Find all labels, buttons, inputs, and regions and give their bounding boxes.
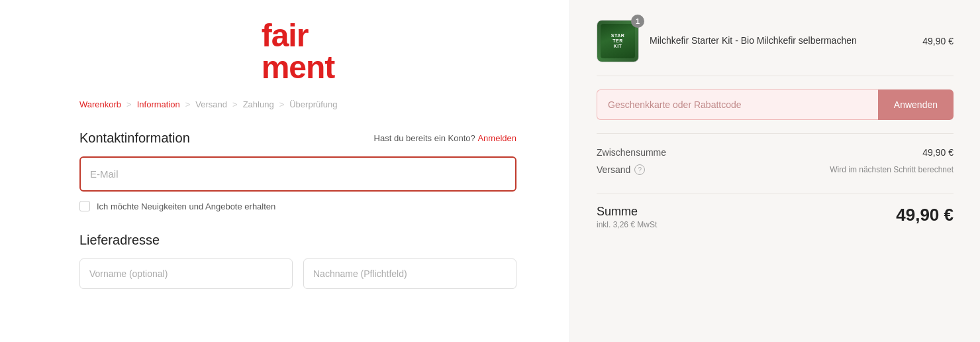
- newsletter-row: Ich möchte Neuigkeiten und Angebote erha…: [79, 201, 275, 211]
- product-image-label: STARTERKIT: [611, 33, 625, 48]
- email-field[interactable]: [79, 156, 516, 192]
- contact-section-title: Kontaktinformation: [79, 131, 190, 146]
- discount-row: Anwenden: [597, 89, 954, 134]
- shipping-label: Versand ?: [597, 164, 645, 175]
- name-row: [79, 258, 516, 289]
- newsletter-checkbox[interactable]: [79, 201, 90, 211]
- breadcrumb-information: Information: [137, 99, 180, 109]
- shipping-row: Versand ? Wird im nächsten Schritt berec…: [597, 164, 954, 175]
- breadcrumb-sep-4: >: [279, 99, 285, 109]
- discount-input[interactable]: [597, 89, 878, 120]
- total-divider: [597, 194, 954, 194]
- total-value: 49,90 €: [896, 205, 954, 225]
- email-input-wrapper: [79, 156, 516, 192]
- breadcrumb-sep-1: >: [126, 99, 132, 109]
- breadcrumb-zahlung: Zahlung: [243, 99, 274, 109]
- summary-rows: Zwischensumme 49,90 € Versand ? Wird im …: [597, 147, 954, 175]
- total-label-area: Summe inkl. 3,26 € MwSt: [597, 205, 657, 229]
- breadcrumb-ueberpruefung: Überprüfung: [289, 99, 337, 109]
- firstname-field[interactable]: [79, 258, 293, 289]
- product-price: 49,90 €: [922, 36, 954, 46]
- subtotal-label: Zwischensumme: [597, 147, 666, 158]
- discount-button[interactable]: Anwenden: [878, 89, 954, 120]
- breadcrumb-warenkorb[interactable]: Warenkorb: [79, 99, 121, 109]
- delivery-section-title: Lieferadresse: [79, 233, 160, 248]
- total-tax-note: inkl. 3,26 € MwSt: [597, 220, 657, 229]
- login-hint: Hast du bereits ein Konto? Anmelden: [374, 133, 516, 143]
- right-panel: STARTERKIT 1 Milchkefir Starter Kit - Bi…: [569, 0, 980, 342]
- shipping-value: Wird im nächsten Schritt berechnet: [830, 165, 954, 174]
- breadcrumb-versand: Versand: [195, 99, 227, 109]
- subtotal-row: Zwischensumme 49,90 €: [597, 147, 954, 158]
- shipping-help-icon[interactable]: ?: [634, 164, 645, 175]
- breadcrumb: Warenkorb > Information > Versand > Zahl…: [79, 99, 516, 109]
- lastname-field[interactable]: [303, 258, 516, 289]
- order-item: STARTERKIT 1 Milchkefir Starter Kit - Bi…: [597, 20, 954, 76]
- breadcrumb-sep-3: >: [232, 99, 238, 109]
- breadcrumb-sep-2: >: [185, 99, 191, 109]
- product-image: STARTERKIT: [597, 20, 639, 62]
- login-link[interactable]: Anmelden: [477, 133, 516, 143]
- product-info: Milchkefir Starter Kit - Bio Milchkefir …: [650, 34, 912, 48]
- contact-section-header: Kontaktinformation Hast du bereits ein K…: [79, 131, 516, 146]
- product-image-wrapper: STARTERKIT 1: [597, 20, 639, 62]
- quantity-badge: 1: [631, 15, 644, 28]
- newsletter-label: Ich möchte Neuigkeiten und Angebote erha…: [97, 201, 275, 211]
- left-panel: fairment Warenkorb > Information > Versa…: [0, 0, 569, 342]
- product-image-inner: STARTERKIT: [601, 24, 635, 58]
- total-label: Summe: [597, 205, 657, 219]
- subtotal-value: 49,90 €: [922, 147, 954, 158]
- total-row: Summe inkl. 3,26 € MwSt 49,90 €: [597, 205, 954, 229]
- logo: fairment: [262, 20, 335, 84]
- product-name: Milchkefir Starter Kit - Bio Milchkefir …: [650, 34, 912, 48]
- logo-area: fairment: [79, 20, 516, 84]
